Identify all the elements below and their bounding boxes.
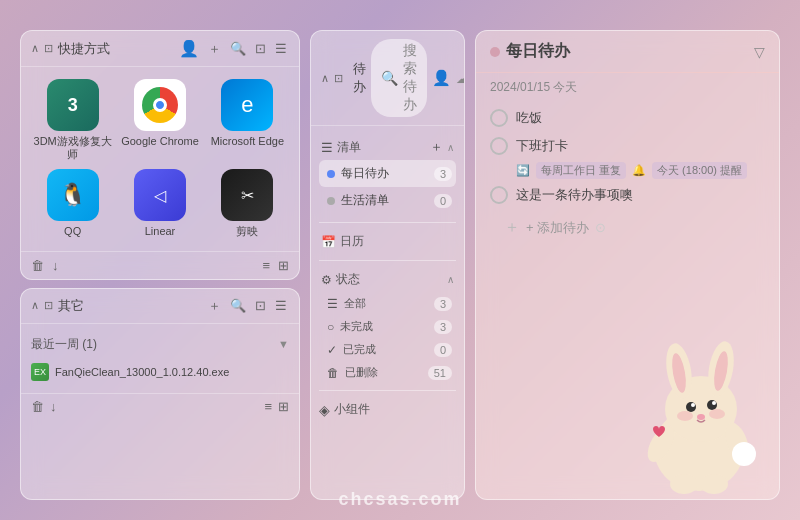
status-all-icon: ☰ [327, 297, 338, 311]
todo-status-title[interactable]: ⚙ 状态 ∧ [319, 267, 456, 292]
other-menu-button[interactable]: ☰ [273, 298, 289, 313]
todo-list-section-title[interactable]: ☰ 清单 ＋ ∧ [319, 134, 456, 160]
search-icon: 🔍 [381, 70, 398, 86]
other-list-icon[interactable]: ≡ [264, 399, 272, 414]
app-linear-label: Linear [145, 225, 176, 238]
todo-content: ☰ 清单 ＋ ∧ 每日待办 3 [311, 126, 464, 426]
task-text-1: 吃饭 [516, 109, 542, 127]
todo-widget[interactable]: ◈ 小组件 [311, 395, 464, 422]
status-label: 状态 [336, 271, 360, 288]
pin-icon[interactable]: ⊡ [44, 42, 53, 55]
task-circle-2 [490, 137, 508, 155]
reminder-tag: 今天 (18:00) 提醒 [652, 162, 747, 179]
other-down-icon[interactable]: ↓ [50, 399, 57, 414]
other-add-button[interactable]: ＋ [206, 297, 223, 315]
svg-point-12 [709, 409, 725, 419]
other-pin-icon[interactable]: ⊡ [44, 299, 53, 312]
shortcuts-panel: ∧ ⊡ 快捷方式 👤 ＋ 🔍 ⊡ ☰ 3 3DM游戏修复大师 [20, 30, 300, 280]
list-view-icon[interactable]: ≡ [262, 258, 270, 273]
add-list-button[interactable]: ＋ [430, 138, 443, 156]
status-section-icon: ⚙ [321, 273, 332, 287]
app-chrome-icon [134, 79, 186, 131]
todo-life-dot [327, 197, 335, 205]
todo-list-section: ☰ 清单 ＋ ∧ 每日待办 3 [311, 130, 464, 218]
todo-daily-count: 3 [434, 167, 452, 181]
list-chevron-icon[interactable]: ∧ [447, 142, 454, 153]
todo-daily-item[interactable]: 每日待办 3 [319, 160, 456, 187]
recent-collapse-icon[interactable]: ▼ [278, 338, 289, 350]
right-panel: 每日待办 ▽ 2024/01/15 今天 吃饭 下班打卡 🔄 [475, 30, 780, 500]
avatar-icon[interactable]: 👤 [177, 39, 201, 58]
status-all-label: 全部 [344, 296, 366, 311]
todo-pin-icon[interactable]: ⊡ [334, 72, 343, 85]
filter-icon[interactable]: ▽ [754, 44, 765, 60]
todo-calendar-title[interactable]: 📅 日历 [319, 229, 456, 254]
todo-chevron-icon[interactable]: ∧ [321, 72, 329, 85]
app-3dm-icon: 3 [47, 79, 99, 131]
app-3dm-label: 3DM游戏修复大师 [33, 135, 112, 161]
chevron-up-icon[interactable]: ∧ [31, 42, 39, 55]
task-item-3[interactable]: 这是一条待办事项噢 [490, 181, 765, 209]
other-search-button[interactable]: 🔍 [228, 298, 248, 313]
grid-view-icon[interactable]: ⊞ [278, 258, 289, 273]
svg-point-6 [686, 402, 696, 412]
other-footer: 🗑 ↓ ≡ ⊞ [21, 393, 299, 419]
todo-divider-2 [319, 260, 456, 261]
task-circle-1 [490, 109, 508, 127]
search-shortcut-button[interactable]: 🔍 [228, 41, 248, 56]
status-deleted-item[interactable]: 🗑 已删除 51 [319, 361, 456, 384]
status-chevron-icon[interactable]: ∧ [447, 274, 454, 285]
add-todo-button[interactable]: ＋ + 添加待办 ⊙ [490, 209, 765, 246]
todo-search-box[interactable]: 🔍 搜索待办 [371, 39, 427, 117]
status-complete-item[interactable]: ✓ 已完成 0 [319, 338, 456, 361]
task-item-2[interactable]: 下班打卡 [490, 132, 765, 160]
other-chevron-icon[interactable]: ∧ [31, 299, 39, 312]
daily-title: 每日待办 [506, 41, 748, 62]
status-deleted-label: 已删除 [345, 365, 378, 380]
add-shortcut-button[interactable]: ＋ [206, 40, 223, 58]
menu-shortcut-button[interactable]: ☰ [273, 41, 289, 56]
status-all-item[interactable]: ☰ 全部 3 [319, 292, 456, 315]
svg-point-9 [712, 401, 716, 405]
move-down-icon[interactable]: ↓ [52, 258, 59, 273]
app-edge[interactable]: e Microsoft Edge [208, 79, 287, 161]
recent-label-text: 最近一周 (1) [31, 336, 97, 353]
app-jianying[interactable]: ✂ 剪映 [208, 169, 287, 238]
recent-label: 最近一周 (1) [31, 336, 97, 353]
status-deleted-left: 🗑 已删除 [327, 365, 378, 380]
todo-title: 待办 [353, 60, 366, 96]
calendar-icon: 📅 [321, 235, 336, 249]
recent-file-item[interactable]: EX FanQieClean_13000_1.0.12.40.exe [31, 359, 289, 385]
app-linear[interactable]: ◁ Linear [120, 169, 199, 238]
svg-point-8 [691, 403, 695, 407]
svg-point-11 [677, 411, 693, 421]
app-qq[interactable]: 🐧 QQ [33, 169, 112, 238]
status-incomplete-item[interactable]: ○ 未完成 3 [319, 315, 456, 338]
todo-cloud-icon[interactable]: ☁ [456, 71, 465, 86]
other-delete-icon[interactable]: 🗑 [31, 399, 44, 414]
todo-avatar-icon[interactable]: 👤 [432, 69, 451, 87]
status-incomplete-count: 3 [434, 320, 452, 334]
task-item-1[interactable]: 吃饭 [490, 104, 765, 132]
widget-icon: ◈ [319, 402, 330, 418]
daily-panel: 每日待办 ▽ 2024/01/15 今天 吃饭 下班打卡 🔄 [475, 30, 780, 500]
app-chrome[interactable]: Google Chrome [120, 79, 199, 161]
status-complete-left: ✓ 已完成 [327, 342, 376, 357]
status-incomplete-icon: ○ [327, 320, 334, 334]
bell-icon: 🔔 [632, 164, 646, 177]
shortcuts-title: 快捷方式 [58, 40, 172, 58]
status-deleted-icon: 🗑 [327, 366, 339, 380]
todo-life-item[interactable]: 生活清单 0 [319, 187, 456, 214]
app-chrome-label: Google Chrome [121, 135, 199, 148]
todo-header-icons: 🔍 搜索待办 👤 ☁ ⊡ ☰ [371, 39, 465, 117]
task-text-2: 下班打卡 [516, 137, 568, 155]
app-3dm[interactable]: 3 3DM游戏修复大师 [33, 79, 112, 161]
delete-icon[interactable]: 🗑 [31, 258, 44, 273]
svg-point-17 [732, 442, 756, 466]
daily-date-text: 2024/01/15 今天 [490, 80, 577, 94]
repeat-tag: 每周工作日 重复 [536, 162, 626, 179]
other-pin-button[interactable]: ⊡ [253, 298, 268, 313]
other-footer-right: ≡ ⊞ [264, 399, 289, 414]
pin-shortcut-button[interactable]: ⊡ [253, 41, 268, 56]
other-grid-icon[interactable]: ⊞ [278, 399, 289, 414]
